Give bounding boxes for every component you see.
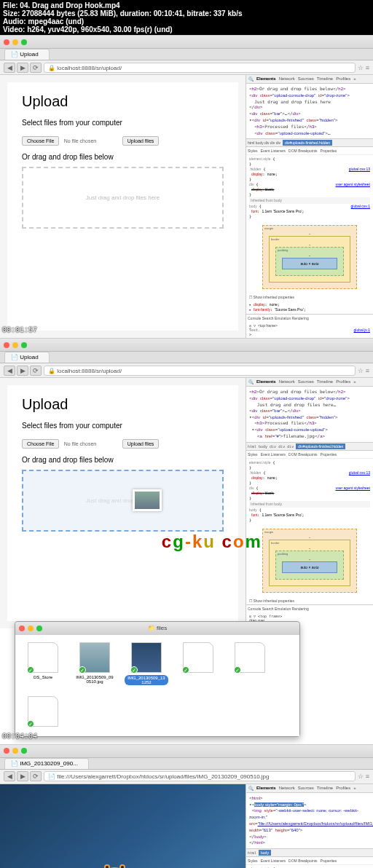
media-size: Size: 27088444 bytes (25.83 MiB), durati…	[3, 9, 370, 17]
zoom-icon[interactable]	[21, 748, 27, 754]
select-label: Select files from your computer	[22, 422, 224, 430]
devtools: 🔍ElementsNetworkSourcesTimelineProfiles»…	[246, 378, 373, 628]
close-icon[interactable]	[19, 626, 25, 631]
styles-tabs[interactable]: StylesEvent ListenersDOM BreakpointsProp…	[246, 451, 373, 459]
drop-label: Or drag and drop files below	[22, 153, 224, 161]
select-label: Select files from your computer	[22, 119, 224, 127]
choose-file-button[interactable]: Choose File	[22, 439, 59, 449]
zoom-icon[interactable]	[21, 342, 27, 348]
url-bar[interactable]: 📄 file:///Users/alexgarrett/Dropbox/htdo…	[44, 771, 356, 781]
page-title: Upload	[22, 396, 224, 413]
minimize-icon[interactable]	[12, 342, 18, 348]
tab-strip: 📄 Upload	[0, 352, 373, 363]
minimize-icon[interactable]	[12, 748, 18, 754]
file-item[interactable]: ✓	[23, 696, 63, 729]
browser-titlebar	[0, 36, 373, 49]
url-bar[interactable]: 🔒 localhost:8888/sr/upload/	[44, 63, 356, 73]
devtools: 🔍ElementsNetworkSourcesTimelineProfiles»…	[246, 75, 373, 338]
finder-window[interactable]: 📁 files ✓DS_Store ✓IMG_20130509_09 0510.…	[15, 621, 300, 737]
toolbar-icons: ☆ ≡	[358, 64, 369, 71]
forward-button[interactable]: ▶	[17, 771, 28, 781]
console-tabs[interactable]: Console Search Emulation Rendering	[246, 604, 373, 612]
forward-button[interactable]: ▶	[17, 63, 28, 73]
page-content: Upload Select files from your computer C…	[7, 385, 238, 620]
dom-breadcrumb[interactable]: html body	[246, 848, 373, 857]
devtools-tabs[interactable]: 🔍ElementsNetworkSourcesTimelineProfiles»	[246, 378, 373, 387]
devtools: 🔍ElementsNetworkSourcesTimelineProfiles»…	[246, 784, 373, 868]
page-title: Upload	[22, 93, 224, 110]
minimize-icon[interactable]	[12, 39, 18, 45]
box-model: margin- border- padding- auto × auto	[262, 225, 357, 289]
show-inherited-checkbox[interactable]: ☐ Show inherited properties	[246, 597, 373, 604]
no-file-label: No file chosen	[64, 138, 96, 143]
browser-titlebar	[0, 339, 373, 352]
dom-breadcrumb[interactable]: html body div div div div#uploads-finish…	[246, 138, 373, 147]
css-rules[interactable]: element.style {} .hidden { global.css:13…	[246, 459, 373, 524]
choose-file-button[interactable]: Choose File	[22, 136, 59, 146]
file-item[interactable]: ✓DS_Store	[23, 642, 63, 685]
reload-button[interactable]: ⟳	[30, 63, 42, 73]
console-output[interactable]: ◎ ▽ <top frame> Test. global.js:1>	[246, 322, 373, 338]
no-file-label: No file chosen	[64, 441, 96, 446]
browser-titlebar	[0, 745, 373, 758]
url-bar[interactable]: 🔒 localhost:8888/sr/upload/	[44, 366, 356, 376]
drop-zone[interactable]: Just drag and drop files here	[22, 167, 224, 229]
toolbar: ◀ ▶ ⟳ 🔒 localhost:8888/sr/upload/ ☆ ≡	[0, 60, 373, 75]
zoom-icon[interactable]	[36, 626, 42, 631]
tab-strip: 📄 IMG_20130209_090...	[0, 758, 373, 770]
back-button[interactable]: ◀	[4, 771, 15, 781]
media-file: File: 04. Drag and Drop Hook.mp4	[3, 1, 370, 9]
css-rules[interactable]: element.style { margin: ▸ 0px;} body { u…	[246, 865, 373, 868]
file-item[interactable]: ✓	[178, 642, 219, 685]
browser-tab[interactable]: 📄 Upload	[4, 49, 50, 60]
upload-files-button[interactable]: Upload files	[122, 136, 160, 146]
image-viewer: Fuuk Octopus	[0, 784, 246, 868]
dragged-thumbnail-icon	[133, 489, 162, 511]
styles-tabs[interactable]: StylesEvent ListenersDOM BreakpointsProp…	[246, 147, 373, 155]
watermark: www.cg-ku.com	[111, 532, 262, 552]
elements-tree[interactable]: <h2>Or drag and drop files below</h2> <d…	[246, 387, 373, 441]
zoom-icon[interactable]	[21, 39, 27, 45]
browser-tab[interactable]: 📄 IMG_20130209_090...	[4, 758, 89, 769]
dom-breadcrumb[interactable]: html body div div div div#uploads-finish…	[246, 442, 373, 451]
close-icon[interactable]	[4, 39, 9, 45]
media-audio: Audio: mpeg4aac (und)	[3, 17, 370, 25]
toolbar: ◀ ▶ ⟳ 📄 file:///Users/alexgarrett/Dropbo…	[0, 770, 373, 784]
finder-title: 📁 files	[148, 625, 167, 631]
elements-tree[interactable]: <h2>Or drag and drop files below</h2> <d…	[246, 84, 373, 138]
browser-tab[interactable]: 📄 Upload	[4, 352, 50, 363]
box-model: margin- border- padding- auto × auto	[262, 529, 357, 593]
elements-tree[interactable]: <html> ▾<body style="margin: 0px;"> <img…	[246, 793, 373, 848]
styles-tabs[interactable]: StylesEvent ListenersDOM BreakpointsProp…	[246, 857, 373, 865]
frame-1: 📄 Upload ◀ ▶ ⟳ 🔒 localhost:8888/sr/uploa…	[0, 35, 373, 338]
devtools-tabs[interactable]: 🔍ElementsNetworkSourcesTimelineProfiles»	[246, 784, 373, 793]
toolbar: ◀ ▶ ⟳ 🔒 localhost:8888/sr/upload/ ☆ ≡	[0, 363, 373, 378]
drop-label: Or drag and drop files below	[22, 456, 224, 464]
back-button[interactable]: ◀	[4, 366, 15, 376]
file-item[interactable]: ✓IMG_20130509_13 1252	[126, 642, 167, 685]
drop-zone[interactable]: Just drag and drop files here	[22, 470, 224, 532]
media-video: Video: h264, yuv420p, 960x540, 30.00 fps…	[3, 25, 370, 33]
reload-button[interactable]: ⟳	[30, 366, 42, 376]
file-item[interactable]: ✓IMG_20130509_09 0510.jpg	[74, 642, 115, 685]
frame-2: www.cg-ku.com 📄 Upload ◀ ▶ ⟳ 🔒 localhost…	[0, 338, 373, 743]
minimize-icon[interactable]	[28, 626, 34, 631]
timestamp: 00:04:04	[2, 733, 37, 741]
forward-button[interactable]: ▶	[17, 366, 28, 376]
file-item[interactable]: ✓	[229, 642, 270, 685]
show-inherited-checkbox[interactable]: ☐ Show inherited properties	[246, 293, 373, 301]
console-tabs[interactable]: Console Search Emulation Rendering	[246, 314, 373, 322]
close-icon[interactable]	[4, 342, 9, 348]
devtools-tabs[interactable]: 🔍ElementsNetworkSourcesTimelineProfiles»	[246, 75, 373, 84]
toolbar-icons: ☆ ≡	[358, 773, 369, 780]
timestamp: 00:01:57	[2, 326, 37, 334]
reload-button[interactable]: ⟳	[30, 771, 42, 781]
toolbar-icons: ☆ ≡	[358, 367, 369, 374]
back-button[interactable]: ◀	[4, 63, 15, 73]
css-rules[interactable]: element.style {} .hidden { global.css:13…	[246, 155, 373, 221]
tab-strip: 📄 Upload	[0, 49, 373, 60]
frame-3: 📄 IMG_20130209_090... ◀ ▶ ⟳ 📄 file:///Us…	[0, 744, 373, 868]
upload-files-button[interactable]: Upload files	[122, 439, 160, 449]
close-icon[interactable]	[4, 748, 9, 754]
media-info-header: File: 04. Drag and Drop Hook.mp4 Size: 2…	[0, 0, 373, 35]
